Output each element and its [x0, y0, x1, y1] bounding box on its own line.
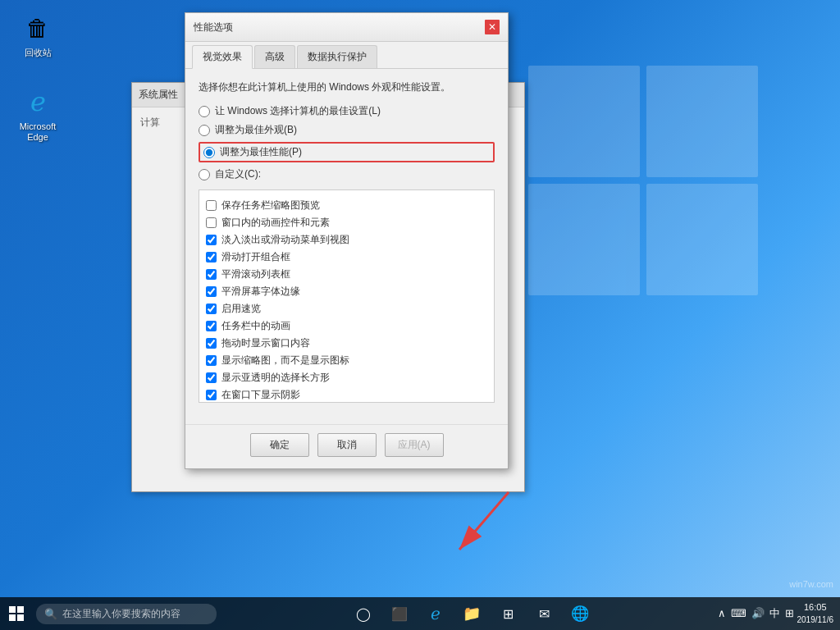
- cb-item-7[interactable]: 任务栏中的动画: [206, 317, 487, 335]
- cb-input-9[interactable]: [206, 355, 217, 366]
- cb-item-8[interactable]: 拖动时显示窗口内容: [206, 335, 487, 352]
- radio-custom-input[interactable]: [199, 169, 210, 180]
- taskbar-clock[interactable]: 16:05 2019/11/6: [797, 601, 834, 625]
- tray-volume-icon[interactable]: 🔊: [751, 607, 765, 619]
- radio-option-auto[interactable]: 让 Windows 选择计算机的最佳设置(L): [199, 104, 495, 118]
- tab-advanced[interactable]: 高级: [254, 45, 295, 68]
- clock-time: 16:05: [797, 601, 834, 614]
- cb-input-2[interactable]: [206, 235, 217, 245]
- windows-start-icon: [9, 606, 24, 621]
- radio-option-best-appearance[interactable]: 调整为最佳外观(B): [199, 123, 495, 137]
- radio-option-custom[interactable]: 自定义(C):: [199, 167, 495, 181]
- taskbar-edge-icon[interactable]: ℯ: [421, 599, 450, 628]
- cb-item-5[interactable]: 平滑屏幕字体边缘: [206, 283, 487, 300]
- checkbox-list: 保存任务栏缩略图预览 窗口内的动画控件和元素 淡入淡出或滑动动菜单到视图 滑动打…: [199, 189, 495, 403]
- dialog-titlebar: 性能选项 ✕: [185, 13, 508, 42]
- taskbar-task-view-icon[interactable]: ⬛: [385, 599, 414, 628]
- dialog-body: 选择你想在此计算机上使用的 Windows 外观和性能设置。 让 Windows…: [185, 69, 508, 424]
- performance-options-dialog: 性能选项 ✕ 视觉效果 高级 数据执行保护 选择你想在此计算机上使用的 Wind…: [185, 12, 509, 469]
- edge-desktop-icon[interactable]: ℯ Microsoft Edge: [8, 82, 67, 146]
- recycle-bin-label: 回收站: [25, 48, 52, 58]
- recycle-bin-icon[interactable]: 🗑 回收站: [8, 8, 67, 62]
- svg-rect-5: [17, 614, 24, 621]
- dialog-footer: 确定 取消 应用(A): [185, 424, 508, 468]
- tray-ime-icon[interactable]: 中: [769, 606, 780, 621]
- taskbar-network-icon[interactable]: 🌐: [565, 599, 595, 628]
- desktop: 🗑 回收站 ℯ Microsoft Edge 系统属性 计算 性能选项 ✕ 视觉…: [0, 0, 840, 630]
- cb-input-0[interactable]: [206, 200, 217, 211]
- taskbar-search-box[interactable]: 🔍 在这里输入你要搜索的内容: [36, 604, 217, 624]
- taskbar-mail-icon[interactable]: ✉: [529, 599, 559, 628]
- radio-performance-input[interactable]: [203, 147, 215, 158]
- tray-expand-icon[interactable]: ∧: [718, 607, 726, 619]
- apply-button[interactable]: 应用(A): [385, 433, 444, 457]
- taskbar: 🔍 在这里输入你要搜索的内容 ◯ ⬛ ℯ 📁 ⊞ ✉ 🌐 ∧ ⌨ 🔊 中 ⊞ 1…: [0, 597, 840, 630]
- search-placeholder: 在这里输入你要搜索的内容: [62, 607, 180, 621]
- dialog-close-button[interactable]: ✕: [485, 20, 500, 34]
- taskbar-explorer-icon[interactable]: 📁: [457, 599, 486, 628]
- cancel-button[interactable]: 取消: [317, 433, 377, 457]
- description-text: 选择你想在此计算机上使用的 Windows 外观和性能设置。: [199, 80, 495, 94]
- radio-appearance-input[interactable]: [199, 125, 210, 136]
- taskbar-pinned-icons: ◯ ⬛ ℯ 📁 ⊞ ✉ 🌐: [226, 599, 718, 628]
- system-dialog-section: 计算: [140, 116, 160, 128]
- watermark: win7w.com: [789, 579, 833, 589]
- cb-input-8[interactable]: [206, 338, 217, 349]
- tab-dep[interactable]: 数据执行保护: [297, 45, 377, 68]
- svg-rect-4: [9, 614, 16, 621]
- svg-line-1: [459, 492, 509, 550]
- cb-item-9[interactable]: 显示缩略图，而不是显示图标: [206, 352, 487, 369]
- cb-input-11[interactable]: [206, 390, 217, 400]
- tray-action-center-icon[interactable]: ⊞: [785, 607, 794, 619]
- cb-input-10[interactable]: [206, 372, 217, 383]
- svg-rect-3: [17, 606, 24, 613]
- cb-item-2[interactable]: 淡入淡出或滑动动菜单到视图: [206, 231, 487, 249]
- sys-tray-icons: ∧ ⌨ 🔊 中 ⊞: [718, 606, 794, 621]
- clock-date: 2019/11/6: [797, 614, 834, 626]
- taskbar-store-icon[interactable]: ⊞: [493, 599, 523, 628]
- cb-item-11[interactable]: 在窗口下显示阴影: [206, 386, 487, 403]
- cb-item-0[interactable]: 保存任务栏缩略图预览: [206, 197, 487, 214]
- cb-input-6[interactable]: [206, 304, 217, 314]
- cb-item-1[interactable]: 窗口内的动画控件和元素: [206, 214, 487, 231]
- cb-item-10[interactable]: 显示亚透明的选择长方形: [206, 369, 487, 386]
- svg-rect-2: [9, 606, 16, 613]
- tab-visual-effects[interactable]: 视觉效果: [192, 45, 253, 69]
- cb-item-4[interactable]: 平滑滚动列表框: [206, 266, 487, 283]
- radio-option-best-performance[interactable]: 调整为最佳性能(P): [199, 142, 495, 162]
- radio-auto-input[interactable]: [199, 106, 210, 117]
- taskbar-system-tray: ∧ ⌨ 🔊 中 ⊞ 16:05 2019/11/6: [718, 601, 841, 625]
- cb-item-3[interactable]: 滑动打开组合框: [206, 249, 487, 266]
- cb-input-7[interactable]: [206, 321, 217, 331]
- tray-keyboard-icon: ⌨: [731, 607, 746, 619]
- dialog-title: 性能选项: [194, 21, 233, 34]
- system-dialog-title: 系统属性: [139, 88, 178, 102]
- desktop-wallpaper-logo: [528, 66, 791, 328]
- cb-input-1[interactable]: [206, 217, 217, 228]
- cb-item-6[interactable]: 启用速览: [206, 300, 487, 317]
- edge-label: Microsoft Edge: [20, 121, 57, 143]
- search-icon: 🔍: [44, 608, 57, 620]
- tab-bar: 视觉效果 高级 数据执行保护: [185, 42, 508, 69]
- cb-input-5[interactable]: [206, 286, 217, 297]
- cb-input-3[interactable]: [206, 252, 217, 262]
- cb-input-4[interactable]: [206, 269, 217, 280]
- taskbar-cortana-icon[interactable]: ◯: [349, 599, 378, 628]
- ok-button[interactable]: 确定: [250, 433, 309, 457]
- radio-group: 让 Windows 选择计算机的最佳设置(L) 调整为最佳外观(B) 调整为最佳…: [199, 104, 495, 181]
- start-button[interactable]: [0, 597, 33, 630]
